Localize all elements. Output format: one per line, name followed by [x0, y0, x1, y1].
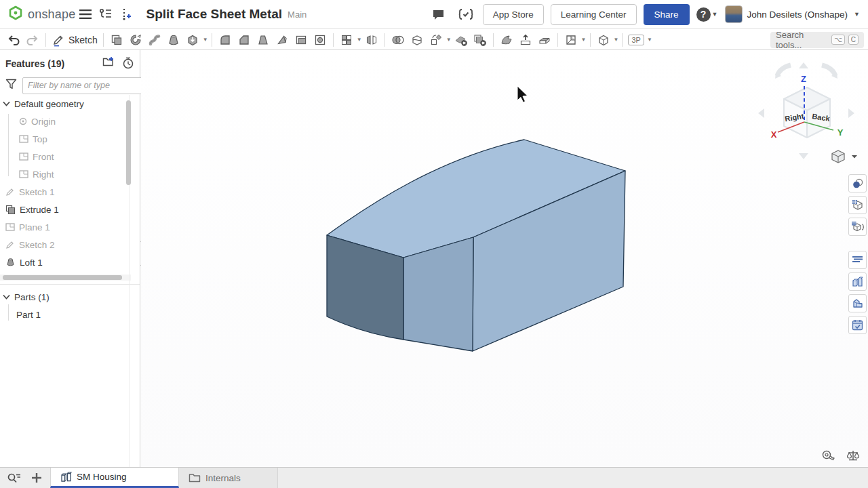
- hole-icon[interactable]: [311, 31, 330, 49]
- draft-icon[interactable]: [254, 31, 273, 49]
- move-face-icon[interactable]: [497, 31, 516, 49]
- tree-item-extrude-1[interactable]: Extrude 1: [0, 201, 130, 218]
- app-store-button[interactable]: App Store: [483, 4, 544, 25]
- share-button[interactable]: Share: [644, 4, 690, 25]
- horizontal-scrollbar[interactable]: [0, 274, 131, 281]
- part-geometry-icon[interactable]: [848, 294, 867, 312]
- thicken-dropdown-chevron[interactable]: ▼: [203, 37, 208, 43]
- thicken-icon[interactable]: [183, 31, 202, 49]
- view-mode-selector[interactable]: [832, 150, 857, 163]
- feature-script-check-icon[interactable]: [456, 4, 476, 24]
- sheet-metal-bend-icon[interactable]: [516, 31, 535, 49]
- delete-face-icon[interactable]: [452, 31, 471, 49]
- shell-icon[interactable]: [292, 31, 311, 49]
- linear-pattern-icon[interactable]: [337, 31, 356, 49]
- vertical-scrollbar[interactable]: [126, 100, 131, 185]
- appearance-panel-icon[interactable]: [848, 174, 867, 192]
- loft-icon[interactable]: [164, 31, 183, 49]
- user-menu[interactable]: John Desilets (Onshape) ▼: [725, 5, 861, 23]
- help-icon: ?: [696, 7, 711, 22]
- sketch-icon: [5, 240, 15, 249]
- versions-calendar-check-icon[interactable]: [848, 316, 867, 334]
- mass-properties-scale-icon[interactable]: [845, 448, 861, 463]
- hamburger-menu-icon[interactable]: [75, 4, 96, 24]
- extrude-icon[interactable]: [107, 31, 126, 49]
- flatten-icon[interactable]: [535, 31, 554, 49]
- pattern-dropdown-chevron[interactable]: ▼: [357, 37, 362, 43]
- chamfer-icon[interactable]: [235, 31, 254, 49]
- tree-item-origin[interactable]: Origin: [0, 113, 130, 130]
- configurations-cube-icon[interactable]: [848, 218, 867, 236]
- filter-funnel-icon[interactable]: [5, 79, 17, 92]
- parts-section: Parts (1) Part 1: [0, 288, 140, 323]
- model-canvas[interactable]: Right Back Z X Y: [141, 50, 868, 467]
- create-folder-icon[interactable]: [102, 56, 115, 72]
- tree-item-right-plane[interactable]: Right: [0, 165, 130, 183]
- search-tools-box[interactable]: Search tools... ⌥ C: [770, 32, 864, 48]
- tab-internals[interactable]: Internals: [179, 468, 278, 488]
- delete-part-icon[interactable]: [471, 31, 490, 49]
- section-dropdown-chevron[interactable]: ▼: [614, 37, 619, 43]
- transform-dropdown-chevron[interactable]: ▼: [446, 37, 452, 43]
- tree-item-label: Front: [33, 152, 54, 162]
- rib-icon[interactable]: [273, 31, 292, 49]
- comment-icon[interactable]: [429, 4, 449, 24]
- rollback-history-icon[interactable]: [122, 56, 134, 72]
- fillet-icon[interactable]: [216, 31, 235, 49]
- comments-list-icon[interactable]: [848, 251, 867, 269]
- tab-manager-icon[interactable]: [4, 470, 23, 486]
- loft-icon: [5, 258, 16, 268]
- chevron-down-icon: ▼: [854, 11, 860, 18]
- parts-group-header[interactable]: Parts (1): [0, 288, 140, 306]
- workspace-name[interactable]: Main: [288, 9, 307, 20]
- help-menu[interactable]: ? ▼: [696, 7, 718, 22]
- mirror-icon[interactable]: [362, 31, 381, 49]
- toolbar-separator: [333, 33, 334, 47]
- sweep-icon[interactable]: [145, 31, 164, 49]
- view-cube[interactable]: Right Back Z X Y: [758, 62, 854, 159]
- parts-list-icon[interactable]: [848, 272, 867, 291]
- tree-group-default-geometry[interactable]: Default geometry: [0, 95, 130, 113]
- named-views-dropdown-chevron[interactable]: ▼: [647, 37, 652, 43]
- tree-item-front-plane[interactable]: Front: [0, 148, 130, 165]
- tab-sm-housing[interactable]: SM Housing: [50, 468, 179, 488]
- section-view-icon[interactable]: [594, 31, 613, 49]
- versions-history-icon[interactable]: [96, 4, 116, 24]
- display-states-cube-icon[interactable]: [848, 196, 867, 214]
- tree-item-plane-1[interactable]: Plane 1: [0, 218, 130, 236]
- tree-item-label: Sketch 2: [19, 240, 55, 250]
- toolbar-separator: [45, 33, 46, 47]
- learning-center-button[interactable]: Learning Center: [551, 4, 637, 25]
- scene-svg: Right Back Z X Y: [141, 50, 868, 467]
- tree-item-loft-1[interactable]: Loft 1: [0, 253, 130, 271]
- filter-input[interactable]: [22, 77, 144, 94]
- sketch-button[interactable]: Sketch: [50, 31, 100, 49]
- right-tool-rail: [848, 174, 867, 334]
- redo-button[interactable]: [23, 31, 42, 49]
- tree-item-part-1[interactable]: Part 1: [0, 306, 140, 323]
- transform-icon[interactable]: [427, 31, 446, 49]
- tree-item-top-plane[interactable]: Top: [0, 130, 130, 148]
- sketch-icon: [5, 187, 15, 197]
- chevron-down-icon: [3, 294, 10, 300]
- named-views-button[interactable]: 3P: [626, 31, 646, 49]
- undo-button[interactable]: [4, 31, 23, 49]
- tree-item-sketch-1[interactable]: Sketch 1: [0, 183, 130, 201]
- z-axis-label: Z: [801, 74, 806, 84]
- onshape-logo-text: onshape: [28, 7, 75, 22]
- split-icon[interactable]: [408, 31, 427, 49]
- add-tab-icon[interactable]: [27, 470, 46, 486]
- plane-tool-icon[interactable]: [561, 31, 580, 49]
- onshape-logo[interactable]: onshape: [8, 5, 75, 23]
- plane-dropdown-chevron[interactable]: ▼: [581, 37, 587, 43]
- sketch-button-label: Sketch: [68, 35, 98, 45]
- create-branch-icon[interactable]: [116, 4, 136, 24]
- features-panel-title: Features (19): [5, 58, 64, 69]
- toolbar-separator: [384, 33, 385, 47]
- revolve-icon[interactable]: [126, 31, 145, 49]
- measure-tape-icon[interactable]: [820, 448, 836, 463]
- boolean-icon[interactable]: [389, 31, 408, 49]
- toolbar-separator: [557, 33, 558, 47]
- tree-item-sketch-2[interactable]: Sketch 2: [0, 236, 130, 253]
- onshape-app: onshape Split Face Sheet Metal Main App …: [0, 0, 868, 488]
